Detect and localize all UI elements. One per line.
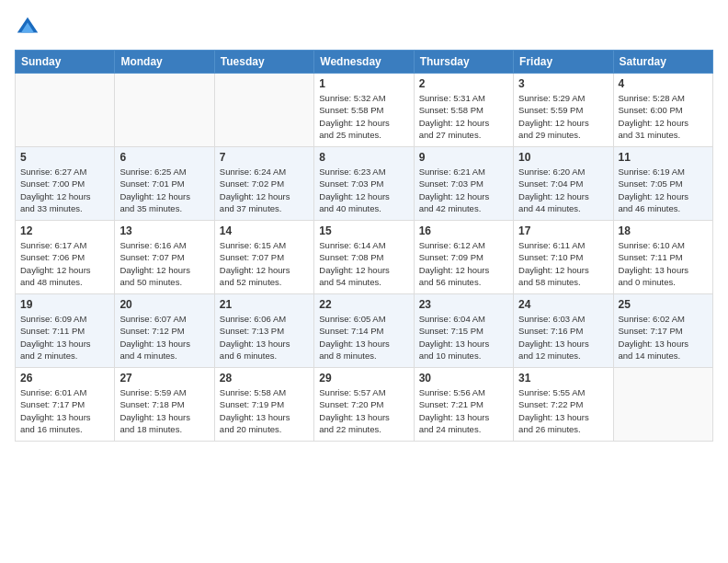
day-number: 26 [20, 372, 109, 385]
day-number: 9 [419, 151, 508, 164]
day-number: 7 [220, 151, 309, 164]
weekday-header: Saturday [613, 51, 712, 74]
day-info: Sunrise: 5:57 AM Sunset: 7:20 PM Dayligh… [319, 386, 408, 435]
calendar: SundayMondayTuesdayWednesdayThursdayFrid… [15, 50, 713, 442]
calendar-cell: 3Sunrise: 5:29 AM Sunset: 5:59 PM Daylig… [514, 74, 613, 147]
day-number: 21 [220, 298, 309, 311]
weekday-header: Sunday [16, 51, 115, 74]
weekday-header: Thursday [414, 51, 513, 74]
calendar-cell: 27Sunrise: 5:59 AM Sunset: 7:18 PM Dayli… [115, 368, 214, 442]
calendar-week-row: 26Sunrise: 6:01 AM Sunset: 7:17 PM Dayli… [16, 368, 713, 442]
calendar-header: SundayMondayTuesdayWednesdayThursdayFrid… [16, 51, 713, 74]
day-info: Sunrise: 6:03 AM Sunset: 7:16 PM Dayligh… [518, 313, 608, 362]
day-number: 4 [619, 77, 708, 90]
day-number: 12 [20, 224, 109, 237]
day-info: Sunrise: 6:17 AM Sunset: 7:06 PM Dayligh… [20, 239, 109, 288]
calendar-cell: 8Sunrise: 6:23 AM Sunset: 7:03 PM Daylig… [314, 147, 414, 221]
calendar-cell: 1Sunrise: 5:32 AM Sunset: 5:58 PM Daylig… [314, 74, 414, 147]
weekday-header: Tuesday [214, 51, 313, 74]
calendar-cell: 16Sunrise: 6:12 AM Sunset: 7:09 PM Dayli… [414, 221, 513, 294]
calendar-cell: 31Sunrise: 5:55 AM Sunset: 7:22 PM Dayli… [514, 368, 613, 442]
calendar-cell: 11Sunrise: 6:19 AM Sunset: 7:05 PM Dayli… [613, 147, 712, 221]
calendar-cell: 19Sunrise: 6:09 AM Sunset: 7:11 PM Dayli… [16, 294, 115, 368]
day-number: 5 [20, 151, 109, 164]
calendar-cell: 28Sunrise: 5:58 AM Sunset: 7:19 PM Dayli… [214, 368, 313, 442]
calendar-cell: 21Sunrise: 6:06 AM Sunset: 7:13 PM Dayli… [214, 294, 313, 368]
day-number: 14 [220, 224, 309, 237]
calendar-cell: 14Sunrise: 6:15 AM Sunset: 7:07 PM Dayli… [214, 221, 313, 294]
day-info: Sunrise: 6:27 AM Sunset: 7:00 PM Dayligh… [20, 166, 109, 214]
calendar-week-row: 1Sunrise: 5:32 AM Sunset: 5:58 PM Daylig… [16, 74, 713, 147]
day-number: 6 [119, 151, 209, 164]
calendar-cell: 10Sunrise: 6:20 AM Sunset: 7:04 PM Dayli… [514, 147, 613, 221]
day-info: Sunrise: 6:16 AM Sunset: 7:07 PM Dayligh… [119, 239, 209, 288]
calendar-week-row: 12Sunrise: 6:17 AM Sunset: 7:06 PM Dayli… [16, 221, 713, 294]
calendar-cell: 6Sunrise: 6:25 AM Sunset: 7:01 PM Daylig… [115, 147, 214, 221]
weekday-row: SundayMondayTuesdayWednesdayThursdayFrid… [16, 51, 713, 74]
calendar-week-row: 19Sunrise: 6:09 AM Sunset: 7:11 PM Dayli… [16, 294, 713, 368]
day-info: Sunrise: 6:24 AM Sunset: 7:02 PM Dayligh… [220, 166, 309, 214]
calendar-cell: 9Sunrise: 6:21 AM Sunset: 7:03 PM Daylig… [414, 147, 513, 221]
calendar-cell: 7Sunrise: 6:24 AM Sunset: 7:02 PM Daylig… [214, 147, 313, 221]
calendar-cell: 5Sunrise: 6:27 AM Sunset: 7:00 PM Daylig… [16, 147, 115, 221]
day-number: 31 [518, 372, 608, 385]
day-info: Sunrise: 6:14 AM Sunset: 7:08 PM Dayligh… [319, 239, 408, 288]
calendar-cell: 17Sunrise: 6:11 AM Sunset: 7:10 PM Dayli… [514, 221, 613, 294]
day-number: 8 [319, 151, 408, 164]
calendar-cell: 22Sunrise: 6:05 AM Sunset: 7:14 PM Dayli… [314, 294, 414, 368]
day-number: 24 [518, 298, 608, 311]
calendar-cell [16, 74, 115, 147]
day-info: Sunrise: 6:09 AM Sunset: 7:11 PM Dayligh… [20, 313, 109, 362]
day-info: Sunrise: 5:29 AM Sunset: 5:59 PM Dayligh… [518, 92, 608, 141]
day-number: 20 [119, 298, 209, 311]
day-number: 19 [20, 298, 109, 311]
calendar-cell [115, 74, 214, 147]
day-info: Sunrise: 5:32 AM Sunset: 5:58 PM Dayligh… [319, 92, 408, 141]
day-number: 3 [518, 77, 608, 90]
logo-icon [15, 15, 40, 40]
day-info: Sunrise: 6:15 AM Sunset: 7:07 PM Dayligh… [220, 239, 309, 288]
day-info: Sunrise: 6:21 AM Sunset: 7:03 PM Dayligh… [419, 166, 508, 214]
day-number: 2 [419, 77, 508, 90]
day-info: Sunrise: 5:28 AM Sunset: 6:00 PM Dayligh… [619, 92, 708, 141]
day-info: Sunrise: 6:19 AM Sunset: 7:05 PM Dayligh… [619, 166, 708, 214]
calendar-week-row: 5Sunrise: 6:27 AM Sunset: 7:00 PM Daylig… [16, 147, 713, 221]
day-number: 16 [419, 224, 508, 237]
day-info: Sunrise: 6:12 AM Sunset: 7:09 PM Dayligh… [419, 239, 508, 288]
day-info: Sunrise: 6:05 AM Sunset: 7:14 PM Dayligh… [319, 313, 408, 362]
day-number: 22 [319, 298, 408, 311]
day-number: 27 [119, 372, 209, 385]
day-info: Sunrise: 5:56 AM Sunset: 7:21 PM Dayligh… [419, 386, 508, 435]
day-info: Sunrise: 6:04 AM Sunset: 7:15 PM Dayligh… [419, 313, 508, 362]
day-number: 1 [319, 77, 408, 90]
header [15, 15, 713, 40]
day-number: 15 [319, 224, 408, 237]
day-info: Sunrise: 5:59 AM Sunset: 7:18 PM Dayligh… [119, 386, 209, 435]
calendar-cell: 2Sunrise: 5:31 AM Sunset: 5:58 PM Daylig… [414, 74, 513, 147]
calendar-cell: 29Sunrise: 5:57 AM Sunset: 7:20 PM Dayli… [314, 368, 414, 442]
logo [15, 15, 44, 40]
calendar-cell: 24Sunrise: 6:03 AM Sunset: 7:16 PM Dayli… [514, 294, 613, 368]
day-info: Sunrise: 5:58 AM Sunset: 7:19 PM Dayligh… [220, 386, 309, 435]
day-number: 18 [619, 224, 708, 237]
weekday-header: Friday [514, 51, 613, 74]
calendar-cell: 20Sunrise: 6:07 AM Sunset: 7:12 PM Dayli… [115, 294, 214, 368]
calendar-cell: 4Sunrise: 5:28 AM Sunset: 6:00 PM Daylig… [613, 74, 712, 147]
day-number: 17 [518, 224, 608, 237]
day-info: Sunrise: 6:06 AM Sunset: 7:13 PM Dayligh… [220, 313, 309, 362]
day-number: 11 [619, 151, 708, 164]
calendar-cell: 18Sunrise: 6:10 AM Sunset: 7:11 PM Dayli… [613, 221, 712, 294]
day-number: 29 [319, 372, 408, 385]
day-info: Sunrise: 6:02 AM Sunset: 7:17 PM Dayligh… [619, 313, 708, 362]
calendar-cell: 30Sunrise: 5:56 AM Sunset: 7:21 PM Dayli… [414, 368, 513, 442]
weekday-header: Monday [115, 51, 214, 74]
day-info: Sunrise: 6:23 AM Sunset: 7:03 PM Dayligh… [319, 166, 408, 214]
calendar-cell [214, 74, 313, 147]
day-info: Sunrise: 6:25 AM Sunset: 7:01 PM Dayligh… [119, 166, 209, 214]
calendar-cell [613, 368, 712, 442]
calendar-cell: 12Sunrise: 6:17 AM Sunset: 7:06 PM Dayli… [16, 221, 115, 294]
day-number: 25 [619, 298, 708, 311]
day-number: 10 [518, 151, 608, 164]
calendar-cell: 15Sunrise: 6:14 AM Sunset: 7:08 PM Dayli… [314, 221, 414, 294]
calendar-body: 1Sunrise: 5:32 AM Sunset: 5:58 PM Daylig… [16, 74, 713, 442]
